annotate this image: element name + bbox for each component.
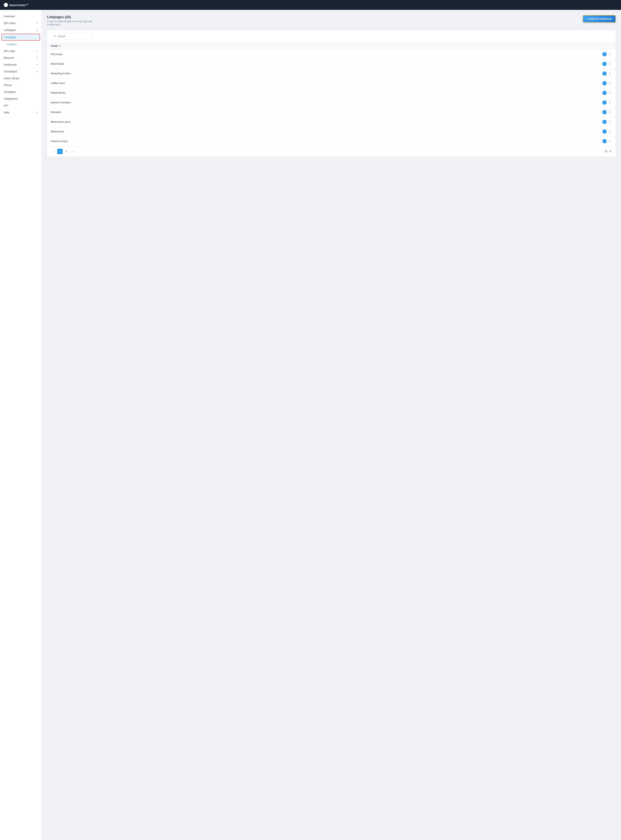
create-linkpage-button[interactable]: + CREATE LINKPAGE bbox=[583, 15, 616, 23]
main-content: Linkpages (20) Create a mobile-friendly,… bbox=[42, 10, 621, 840]
row-actions: i ⋮ bbox=[603, 129, 612, 133]
pagination-nav: ‹ 1 2 › bbox=[51, 149, 76, 154]
chevron-down-icon: ▾ bbox=[36, 64, 38, 66]
logo-icon bbox=[4, 3, 8, 7]
sidebar-item-label: API bbox=[4, 104, 8, 107]
page-title-area: Linkpages (20) Create a mobile-friendly,… bbox=[47, 15, 100, 26]
chevron-down-icon: ▾ bbox=[36, 111, 38, 114]
info-button[interactable]: i bbox=[603, 139, 607, 143]
more-options-button[interactable]: ⋮ bbox=[608, 71, 612, 76]
more-options-button[interactable]: ⋮ bbox=[608, 120, 612, 124]
sidebar-item-linkpages[interactable]: Linkpages ▴ bbox=[0, 27, 41, 33]
search-input[interactable] bbox=[58, 35, 89, 38]
row-actions: i ⋮ bbox=[603, 71, 612, 76]
pagination-prev-button[interactable]: ‹ bbox=[51, 149, 56, 154]
table-row: Retail Stores i ⋮ bbox=[47, 88, 616, 98]
table-row: Nature Cosmetics i ⋮ bbox=[47, 98, 616, 108]
create-linkpage-label: + CREATE LINKPAGE bbox=[586, 17, 612, 20]
sidebar-item-beacons[interactable]: Beacons ▾ bbox=[0, 55, 41, 61]
app-header: beaconstac™ bbox=[0, 0, 621, 10]
table-row: Beaconstac i ⋮ bbox=[47, 127, 616, 136]
pagination: ‹ 1 2 › 10 25 50 bbox=[47, 146, 616, 157]
row-actions: i ⋮ bbox=[603, 81, 612, 85]
row-name: Retail Stores bbox=[51, 91, 65, 94]
sidebar-item-label: Campaigns bbox=[4, 70, 17, 73]
sidebar-item-label: Places bbox=[4, 83, 12, 86]
pagination-next-button[interactable]: › bbox=[70, 149, 76, 154]
sidebar-item-qr-codes[interactable]: QR codes ▾ bbox=[0, 20, 41, 27]
chevron-up-icon: ▴ bbox=[36, 29, 38, 31]
sidebar-item-geofences[interactable]: Geofences ▾ bbox=[0, 61, 41, 68]
row-actions: i ⋮ bbox=[603, 110, 612, 114]
table-row: Beaconstac prod... i ⋮ bbox=[47, 117, 616, 127]
table-row: Real Estate i ⋮ bbox=[47, 59, 616, 69]
info-button[interactable]: i bbox=[603, 120, 607, 124]
sidebar-item-label: Integrations bbox=[4, 97, 18, 100]
sidebar-item-label: Analytics bbox=[7, 43, 17, 45]
logo: beaconstac™ bbox=[4, 3, 29, 7]
table-row: Marketing Confer... i ⋮ bbox=[47, 69, 616, 79]
page-title: Linkpages (20) bbox=[47, 15, 100, 19]
table-row: Finance (copy) i ⋮ bbox=[47, 136, 616, 146]
row-name: Finance (copy) bbox=[51, 139, 68, 143]
info-button[interactable]: i bbox=[603, 100, 607, 105]
info-button[interactable]: i bbox=[603, 52, 607, 56]
sidebar-item-label: Templates bbox=[4, 90, 16, 94]
row-name: Beaconstac bbox=[51, 130, 64, 133]
info-button[interactable]: i bbox=[603, 62, 607, 66]
sidebar-item-campaigns[interactable]: Campaigns ▾ bbox=[0, 68, 41, 75]
more-options-button[interactable]: ⋮ bbox=[608, 129, 612, 133]
sidebar-item-api[interactable]: API bbox=[0, 102, 41, 109]
more-options-button[interactable]: ⋮ bbox=[608, 52, 612, 56]
sidebar-item-asset-library[interactable]: Asset Library bbox=[0, 75, 41, 82]
svg-point-1 bbox=[6, 5, 6, 5]
table-column-header: NAME ▼ bbox=[47, 43, 616, 50]
table-row: Pdf (copy) i ⋮ bbox=[47, 50, 616, 59]
content-card: NAME ▼ Pdf (copy) i ⋮ Real Estate i bbox=[47, 30, 616, 157]
search-bar bbox=[47, 30, 616, 43]
chevron-down-icon: ▾ bbox=[36, 50, 38, 52]
per-page-select[interactable]: 10 25 50 bbox=[603, 149, 612, 154]
more-options-button[interactable]: ⋮ bbox=[608, 62, 612, 66]
info-button[interactable]: i bbox=[603, 81, 607, 85]
sidebar-item-label: Linkpages bbox=[4, 29, 16, 32]
sidebar-item-nfc-tags[interactable]: NFC tags ▾ bbox=[0, 48, 41, 55]
sidebar-item-label: Asset Library bbox=[4, 77, 19, 80]
row-actions: i ⋮ bbox=[603, 91, 612, 95]
more-options-button[interactable]: ⋮ bbox=[608, 81, 612, 85]
sidebar-item-help[interactable]: Help ▾ bbox=[0, 109, 41, 116]
row-name: Pdf (copy) bbox=[51, 53, 62, 56]
name-column-header[interactable]: NAME ▼ bbox=[51, 45, 612, 47]
row-name: Coffee Farm bbox=[51, 82, 65, 85]
table-body: Pdf (copy) i ⋮ Real Estate i ⋮ Marketing… bbox=[47, 50, 616, 146]
info-button[interactable]: i bbox=[603, 110, 607, 114]
sidebar-item-integrations[interactable]: Integrations bbox=[0, 96, 41, 102]
pagination-page-2-button[interactable]: 2 bbox=[64, 149, 69, 154]
sort-icon: ▼ bbox=[59, 45, 61, 47]
row-actions: i ⋮ bbox=[603, 100, 612, 105]
row-actions: i ⋮ bbox=[603, 139, 612, 143]
sidebar-item-places[interactable]: Places bbox=[0, 82, 41, 88]
more-options-button[interactable]: ⋮ bbox=[608, 139, 612, 143]
row-name: Marketing Confer... bbox=[51, 72, 73, 75]
row-name: Nomadic bbox=[51, 111, 61, 114]
table-row: Coffee Farm i ⋮ bbox=[47, 79, 616, 88]
per-page-selector: 10 25 50 bbox=[603, 149, 612, 154]
sidebar-item-overview[interactable]: Overview bbox=[0, 13, 41, 20]
sidebar-item-label: NFC tags bbox=[4, 50, 15, 53]
sidebar-item-analytics[interactable]: Analytics bbox=[0, 41, 41, 48]
chevron-down-icon: ▾ bbox=[36, 22, 38, 24]
row-name: Nature Cosmetics bbox=[51, 101, 71, 104]
page-header: Linkpages (20) Create a mobile-friendly,… bbox=[47, 15, 616, 26]
more-options-button[interactable]: ⋮ bbox=[608, 110, 612, 114]
more-options-button[interactable]: ⋮ bbox=[608, 91, 612, 95]
info-button[interactable]: i bbox=[603, 129, 607, 133]
more-options-button[interactable]: ⋮ bbox=[608, 100, 612, 105]
sidebar-item-linkpages-active[interactable]: Linkpages bbox=[2, 34, 40, 41]
logo-text: beaconstac™ bbox=[9, 3, 29, 7]
sidebar-item-templates[interactable]: Templates bbox=[0, 88, 41, 96]
pagination-page-1-button[interactable]: 1 bbox=[57, 149, 62, 154]
info-button[interactable]: i bbox=[603, 71, 607, 76]
info-button[interactable]: i bbox=[603, 91, 607, 95]
sidebar: Overview QR codes ▾ Linkpages ▴ Linkpage… bbox=[0, 10, 42, 840]
